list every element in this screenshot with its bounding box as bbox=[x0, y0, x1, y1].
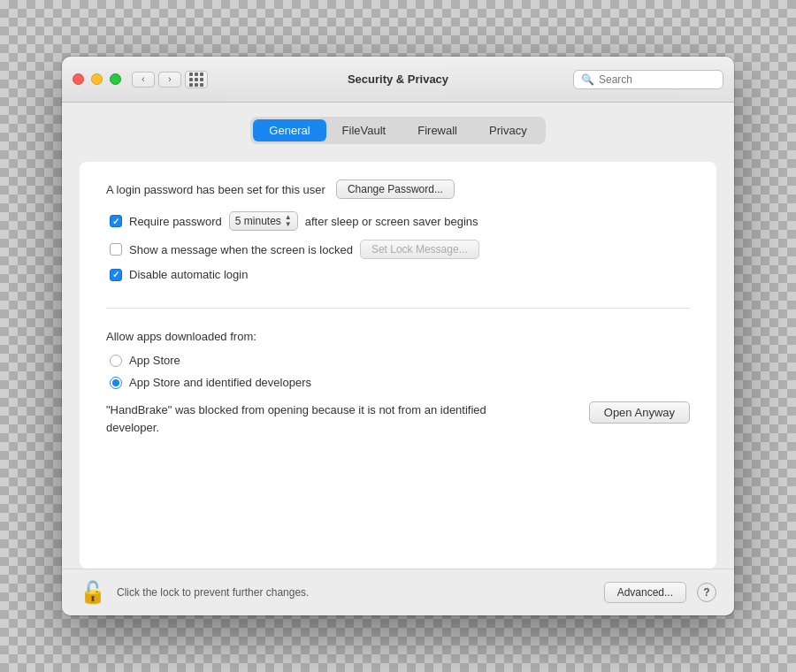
app-store-label: App Store bbox=[129, 354, 180, 367]
help-button[interactable]: ? bbox=[697, 583, 716, 602]
bottom-bar: 🔓 Click the lock to prevent further chan… bbox=[62, 569, 734, 615]
require-password-row: Require password 5 minutes ▲ ▼ after sle… bbox=[110, 211, 690, 231]
main-panel: A login password has been set for this u… bbox=[80, 162, 716, 569]
app-store-identified-row: App Store and identified developers bbox=[110, 376, 690, 389]
show-message-checkbox[interactable] bbox=[110, 243, 122, 256]
back-button[interactable]: ‹ bbox=[132, 72, 155, 88]
login-password-row: A login password has been set for this u… bbox=[106, 179, 690, 199]
lock-icon[interactable]: 🔓 bbox=[80, 580, 106, 605]
app-store-row: App Store bbox=[110, 354, 690, 367]
tab-filevault[interactable]: FileVault bbox=[326, 119, 402, 141]
forward-button[interactable]: › bbox=[158, 72, 181, 88]
tab-firewall[interactable]: Firewall bbox=[402, 119, 473, 141]
tab-bar: General FileVault Firewall Privacy bbox=[250, 117, 545, 144]
app-store-identified-radio[interactable] bbox=[110, 377, 122, 389]
blocked-app-text: "HandBrake" was blocked from opening bec… bbox=[106, 401, 495, 436]
allow-apps-section: Allow apps downloaded from: App Store Ap… bbox=[106, 326, 690, 436]
require-password-value: 5 minutes bbox=[235, 215, 281, 227]
advanced-button[interactable]: Advanced... bbox=[604, 582, 686, 603]
require-password-dropdown[interactable]: 5 minutes ▲ ▼ bbox=[229, 211, 298, 231]
traffic-lights bbox=[73, 73, 121, 85]
require-password-suffix: after sleep or screen saver begins bbox=[305, 215, 478, 228]
app-store-radio[interactable] bbox=[110, 355, 122, 367]
nav-buttons: ‹ › bbox=[132, 72, 181, 88]
disable-login-label: Disable automatic login bbox=[129, 268, 248, 281]
tab-general[interactable]: General bbox=[253, 119, 325, 141]
login-password-section: A login password has been set for this u… bbox=[106, 179, 690, 309]
lock-label: Click the lock to prevent further change… bbox=[117, 586, 593, 599]
open-anyway-button[interactable]: Open Anyway bbox=[589, 401, 690, 424]
grid-view-button[interactable] bbox=[185, 71, 208, 88]
allow-apps-label: Allow apps downloaded from: bbox=[106, 330, 690, 343]
show-message-label: Show a message when the screen is locked bbox=[129, 243, 353, 256]
blocked-app-row: "HandBrake" was blocked from opening bec… bbox=[106, 401, 690, 436]
require-password-checkbox[interactable] bbox=[110, 215, 122, 227]
minimize-button[interactable] bbox=[91, 73, 103, 85]
tab-privacy[interactable]: Privacy bbox=[473, 119, 543, 141]
close-button[interactable] bbox=[73, 73, 84, 85]
maximize-button[interactable] bbox=[110, 73, 121, 85]
system-preferences-window: ‹ › Security & Privacy 🔍 General FileVau… bbox=[62, 57, 734, 615]
search-input[interactable] bbox=[599, 73, 716, 86]
title-bar: ‹ › Security & Privacy 🔍 bbox=[62, 57, 734, 103]
login-password-label: A login password has been set for this u… bbox=[106, 183, 325, 196]
app-store-identified-label: App Store and identified developers bbox=[129, 376, 311, 389]
search-bar[interactable]: 🔍 bbox=[573, 70, 723, 89]
change-password-button[interactable]: Change Password... bbox=[336, 179, 455, 199]
require-password-label: Require password bbox=[129, 215, 222, 228]
set-lock-message-button[interactable]: Set Lock Message... bbox=[360, 240, 479, 259]
dropdown-arrows-icon: ▲ ▼ bbox=[285, 214, 292, 228]
disable-login-row: Disable automatic login bbox=[110, 268, 690, 281]
search-icon: 🔍 bbox=[581, 73, 594, 86]
show-message-row: Show a message when the screen is locked… bbox=[110, 240, 690, 259]
disable-login-checkbox[interactable] bbox=[110, 269, 122, 281]
content-area: General FileVault Firewall Privacy A log… bbox=[62, 103, 734, 569]
window-title: Security & Privacy bbox=[348, 73, 448, 86]
